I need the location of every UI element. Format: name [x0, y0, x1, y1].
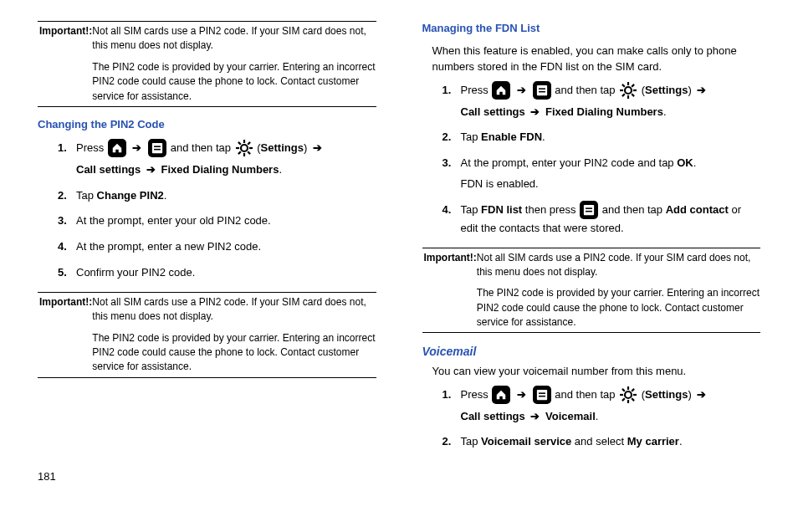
step: At the prompt, enter a new PIN2 code. [58, 238, 376, 256]
arrow-icon: ➔ [697, 84, 706, 96]
step: At the prompt, enter your old PIN2 code. [58, 212, 376, 230]
gear-icon [619, 81, 637, 100]
important-text: Not all SIM cards use a PIN2 code. If yo… [477, 251, 760, 280]
arrow-icon: ➔ [530, 410, 540, 422]
step: Tap Enable FDN. [442, 129, 761, 146]
home-icon [108, 139, 126, 157]
right-column: Managing the FDN List When this feature … [422, 21, 761, 461]
important-note-3: Important!: Not all SIM cards use a PIN2… [422, 248, 761, 334]
left-column: Important!: Not all SIM cards use a PIN2… [38, 21, 376, 461]
step: Tap Voicemail service and select My carr… [442, 433, 761, 451]
important-note-1: Important!: Not all SIM cards use a PIN2… [38, 21, 376, 107]
important-text: Not all SIM cards use a PIN2 code. If yo… [92, 295, 376, 325]
home-icon [492, 81, 510, 100]
important-label: Important!: [38, 295, 92, 375]
intro-text: When this feature is enabled, you can ma… [432, 43, 761, 75]
arrow-icon: ➔ [517, 84, 526, 96]
step: Press ➔ and then tap (Settings) ➔ Call s… [442, 82, 761, 121]
step: Confirm your PIN2 code. [58, 264, 376, 282]
steps-changing-pin2: Press ➔ and then tap (Settings) ➔ Call s… [58, 140, 376, 282]
step: At the prompt, enter your PIN2 code and … [442, 155, 761, 193]
important-note-2: Important!: Not all SIM cards use a PIN2… [38, 292, 376, 378]
gear-icon [235, 139, 253, 157]
arrow-icon: ➔ [132, 141, 141, 154]
gear-icon [619, 386, 637, 404]
step: Press ➔ and then tap (Settings) ➔ Call s… [58, 140, 376, 179]
heading-changing-pin2: Changing the PIN2 Code [38, 117, 376, 133]
important-text: Not all SIM cards use a PIN2 code. If yo… [92, 24, 376, 54]
page-number: 181 [38, 469, 760, 485]
step: Tap FDN list then press and then tap Add… [442, 202, 761, 238]
important-text: The PIN2 code is provided by your carrie… [477, 286, 760, 330]
home-icon [492, 386, 510, 404]
arrow-icon: ➔ [697, 388, 706, 401]
steps-managing-fdn: Press ➔ and then tap (Settings) ➔ Call s… [442, 82, 761, 238]
arrow-icon: ➔ [517, 388, 526, 401]
heading-managing-fdn: Managing the FDN List [422, 21, 761, 37]
menu-icon [148, 139, 166, 157]
arrow-icon: ➔ [313, 141, 322, 154]
important-label: Important!: [38, 24, 92, 104]
menu-icon [533, 81, 551, 100]
intro-text: You can view your voicemail number from … [432, 364, 761, 380]
menu-icon [533, 386, 551, 404]
heading-voicemail: Voicemail [422, 343, 761, 360]
arrow-icon: ➔ [530, 105, 540, 118]
menu-icon [580, 201, 598, 219]
important-text: The PIN2 code is provided by your carrie… [92, 60, 376, 104]
arrow-icon: ➔ [146, 163, 156, 176]
important-label: Important!: [422, 251, 477, 330]
important-text: The PIN2 code is provided by your carrie… [92, 331, 376, 375]
steps-voicemail: Press ➔ and then tap (Settings) ➔ Call s… [442, 386, 761, 452]
step: Press ➔ and then tap (Settings) ➔ Call s… [442, 386, 761, 426]
step: Tap Change PIN2. [58, 187, 376, 205]
